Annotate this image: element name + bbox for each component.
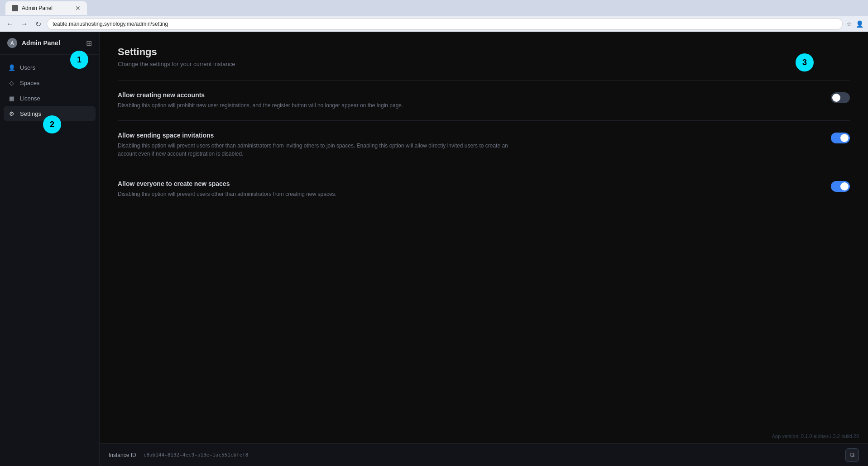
- url-text: teable.mariushosting.synology.me/admin/s…: [53, 21, 168, 27]
- setting-3-text: Allow everyone to create new spaces Disa…: [118, 180, 813, 198]
- setting-3-desc: Disabling this option will prevent users…: [118, 190, 525, 198]
- sidebar-item-license-label: License: [20, 95, 40, 102]
- setting-2-label: Allow sending space invitations: [118, 132, 813, 139]
- setting-1-text: Allow creating new accounts Disabling th…: [118, 91, 813, 109]
- users-icon: 👤: [8, 64, 15, 71]
- copy-icon: ⧉: [850, 451, 854, 459]
- sidebar-header: A Admin Panel ⊞: [0, 32, 99, 55]
- instance-id-value: c8ab144-8132-4ec9-a13e-1ac551cbfef8: [144, 452, 838, 458]
- toggle-allow-creating-spaces[interactable]: [831, 181, 850, 192]
- nav-bar: ← → ↻ teable.mariushosting.synology.me/a…: [0, 16, 868, 32]
- bottom-bar: Instance ID c8ab144-8132-4ec9-a13e-1ac55…: [100, 443, 868, 466]
- forward-button[interactable]: →: [19, 19, 30, 29]
- browser-actions: ☆ 👤: [846, 20, 863, 28]
- setting-2-text: Allow sending space invitations Disablin…: [118, 132, 813, 158]
- profile-button[interactable]: 👤: [856, 20, 863, 28]
- tab-title: Admin Panel: [22, 5, 53, 11]
- app-version: App version: 0.1.0-alpha+1.3.2-build.28: [772, 433, 859, 439]
- toggle-allow-creating-accounts[interactable]: [831, 92, 850, 103]
- browser-chrome: Admin Panel ✕ ← → ↻ teable.mariushosting…: [0, 0, 868, 32]
- sidebar-item-users-label: Users: [20, 64, 35, 71]
- setting-row-1: Allow creating new accounts Disabling th…: [118, 91, 850, 109]
- setting-2-desc: Disabling this option will prevent users…: [118, 142, 525, 158]
- sidebar-nav: 👤 Users ◇ Spaces ▦ License ⚙ Settings: [0, 55, 99, 126]
- sidebar-item-users[interactable]: 👤 Users: [4, 60, 96, 75]
- toggle-thumb-1: [832, 94, 840, 102]
- sidebar-item-settings-label: Settings: [20, 110, 41, 117]
- sidebar-toggle-button[interactable]: ⊞: [86, 39, 92, 48]
- setting-allow-creating-spaces: Allow everyone to create new spaces Disa…: [118, 169, 850, 209]
- tab-close-button[interactable]: ✕: [75, 5, 81, 12]
- toggle-track-2: [831, 133, 850, 143]
- setting-1-control: [831, 91, 850, 103]
- address-bar[interactable]: teable.mariushosting.synology.me/admin/s…: [47, 18, 843, 30]
- sidebar-item-settings[interactable]: ⚙ Settings: [4, 106, 96, 121]
- sidebar: A Admin Panel ⊞ 👤 Users ◇ Spaces ▦ Licen…: [0, 32, 100, 466]
- page-title: Settings: [118, 46, 850, 58]
- toggle-track-3: [831, 181, 850, 192]
- toggle-track-1: [831, 92, 850, 103]
- sidebar-title: Admin Panel: [22, 39, 82, 47]
- sidebar-logo: A: [7, 38, 17, 48]
- settings-icon: ⚙: [8, 110, 15, 117]
- setting-1-label: Allow creating new accounts: [118, 91, 813, 99]
- setting-row-3: Allow everyone to create new spaces Disa…: [118, 180, 850, 198]
- back-button[interactable]: ←: [5, 19, 15, 29]
- app-container: A Admin Panel ⊞ 👤 Users ◇ Spaces ▦ Licen…: [0, 32, 868, 466]
- toggle-allow-sending-invitations[interactable]: [831, 133, 850, 143]
- sidebar-item-license[interactable]: ▦ License: [4, 91, 96, 105]
- setting-row-2: Allow sending space invitations Disablin…: [118, 132, 850, 158]
- reload-button[interactable]: ↻: [34, 19, 43, 29]
- toggle-thumb-3: [840, 182, 849, 190]
- main-content: Settings Change the settings for your cu…: [100, 32, 868, 466]
- setting-allow-creating-accounts: Allow creating new accounts Disabling th…: [118, 80, 850, 120]
- toggle-thumb-2: [840, 134, 849, 142]
- setting-3-control: [831, 180, 850, 192]
- setting-2-control: [831, 132, 850, 143]
- browser-tab-active[interactable]: Admin Panel ✕: [5, 1, 87, 15]
- setting-1-desc: Disabling this option will prohibit new …: [118, 101, 525, 109]
- setting-3-label: Allow everyone to create new spaces: [118, 180, 813, 187]
- page-subtitle: Change the settings for your current ins…: [118, 61, 850, 67]
- tab-bar: Admin Panel ✕: [0, 0, 868, 16]
- spaces-icon: ◇: [8, 79, 15, 86]
- sidebar-item-spaces-label: Spaces: [20, 80, 39, 86]
- setting-allow-sending-invitations: Allow sending space invitations Disablin…: [118, 120, 850, 169]
- tab-favicon: [12, 5, 18, 11]
- copy-instance-id-button[interactable]: ⧉: [845, 448, 859, 462]
- sidebar-item-spaces[interactable]: ◇ Spaces: [4, 76, 96, 90]
- bookmark-button[interactable]: ☆: [846, 20, 852, 28]
- license-icon: ▦: [8, 95, 15, 102]
- instance-id-label: Instance ID: [109, 452, 136, 458]
